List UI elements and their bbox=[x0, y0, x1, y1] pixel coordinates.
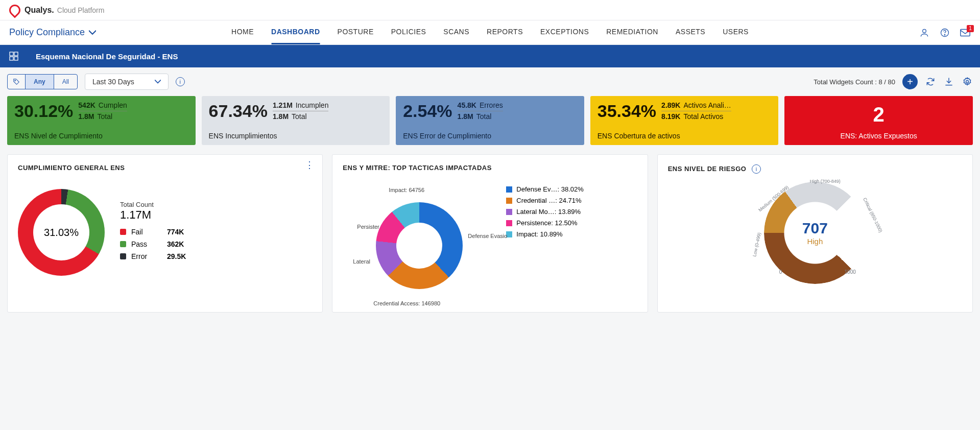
tab-exceptions[interactable]: EXCEPTIONS bbox=[540, 20, 589, 44]
swatch-icon bbox=[506, 209, 512, 215]
brand-suffix: Cloud Platform bbox=[57, 6, 105, 14]
slice-label: Defense Evasio bbox=[468, 233, 507, 239]
tab-home[interactable]: HOME bbox=[231, 20, 254, 44]
module-label: Policy Compliance bbox=[9, 27, 85, 38]
tab-assets[interactable]: ASSETS bbox=[676, 20, 705, 44]
kpi-label: ENS Nivel de Cumplimiento bbox=[14, 132, 188, 145]
page-title-bar: Esquema Nacional De Seguridad - ENS bbox=[0, 45, 980, 67]
legend-row: Defense Ev…: 38.02% bbox=[506, 185, 584, 193]
kpi-pct: 2.54% bbox=[403, 101, 452, 121]
risk-gauge: 707 High 0 1000 Low (0-499) Medium (500-… bbox=[764, 182, 866, 284]
kpi-incumplimientos[interactable]: 67.34% 1.21MIncumplen 1.8MTotal ENS Incu… bbox=[202, 96, 390, 145]
tab-scans[interactable]: SCANS bbox=[443, 20, 469, 44]
card-title: CUMPLIMIENTO GENERAL ENS bbox=[18, 164, 312, 172]
slice-label: Persister bbox=[357, 224, 379, 230]
kpi-pct: 35.34% bbox=[597, 101, 656, 121]
download-icon[interactable] bbox=[943, 76, 954, 87]
dashboard-grid-icon[interactable] bbox=[6, 49, 21, 64]
gauge-value: 707 bbox=[802, 220, 828, 237]
nav-bar: Policy Compliance HOME DASHBOARD POSTURE… bbox=[0, 20, 980, 45]
swatch-icon bbox=[506, 220, 512, 226]
nav-utility-icons: 1 bbox=[919, 27, 971, 38]
svg-rect-7 bbox=[14, 57, 18, 60]
kpi-cobertura[interactable]: 35.34% 2.89KActivos Anali… 8.19KTotal Ac… bbox=[590, 96, 779, 145]
tick-low: Low (0-499) bbox=[752, 232, 762, 257]
svg-point-8 bbox=[15, 80, 16, 81]
swatch-icon bbox=[120, 241, 126, 247]
card-title: ENS Y MITRE: TOP TACTICAS IMPACTADAS bbox=[343, 164, 637, 172]
svg-point-2 bbox=[944, 34, 945, 35]
total-count-value: 1.17M bbox=[120, 208, 186, 222]
swatch-icon bbox=[120, 253, 126, 259]
kpi-label: ENS: Activos Expuestos bbox=[792, 132, 966, 145]
tab-posture[interactable]: POSTURE bbox=[338, 20, 374, 44]
legend-row: Error29.5K bbox=[120, 252, 186, 260]
svg-point-9 bbox=[966, 81, 969, 83]
tab-users[interactable]: USERS bbox=[723, 20, 749, 44]
kpi-expuestos[interactable]: 2 ENS: Activos Expuestos bbox=[784, 96, 973, 145]
chevron-down-icon bbox=[89, 29, 96, 36]
kpi-big: 2 bbox=[873, 103, 885, 126]
tab-policies[interactable]: POLICIES bbox=[391, 20, 426, 44]
axis-min: 0 bbox=[779, 269, 782, 275]
cards-row: CUMPLIMIENTO GENERAL ENS ⋮ 31.03% Total … bbox=[0, 152, 980, 323]
qualys-logo-icon bbox=[7, 2, 22, 18]
tick-high: High (700-849) bbox=[810, 179, 841, 184]
mitre-legend: Defense Ev…: 38.02% Credential …: 24.71%… bbox=[506, 182, 584, 242]
donut-center: 31.03% bbox=[33, 204, 89, 260]
kpi-fraction: 542KCumplen 1.8MTotal bbox=[78, 101, 127, 121]
filter-any[interactable]: Any bbox=[25, 75, 54, 89]
mitre-chart-area: Impact: 64756 Persister Lateral Credenti… bbox=[343, 187, 496, 289]
add-widget-button[interactable]: + bbox=[902, 74, 918, 89]
brand-bar: Qualys. Cloud Platform bbox=[0, 0, 980, 20]
tag-icon bbox=[8, 75, 25, 89]
legend-row: Persistence: 12.50% bbox=[506, 219, 584, 227]
tab-reports[interactable]: REPORTS bbox=[487, 20, 523, 44]
help-icon[interactable] bbox=[939, 27, 950, 38]
nav-tabs: HOME DASHBOARD POSTURE POLICIES SCANS RE… bbox=[231, 20, 749, 44]
axis-max: 1000 bbox=[845, 269, 856, 275]
kpi-label: ENS Incumplimientos bbox=[209, 132, 383, 145]
legend-row: Lateral Mo…: 13.89% bbox=[506, 208, 584, 216]
svg-rect-5 bbox=[14, 52, 18, 56]
mail-icon[interactable]: 1 bbox=[960, 27, 971, 38]
module-selector[interactable]: Policy Compliance bbox=[9, 27, 96, 38]
settings-icon[interactable] bbox=[962, 76, 973, 87]
filter-all[interactable]: All bbox=[54, 75, 77, 89]
swatch-icon bbox=[506, 198, 512, 204]
legend-row: Credential …: 24.71% bbox=[506, 197, 584, 204]
swatch-icon bbox=[506, 186, 512, 193]
swatch-icon bbox=[120, 229, 126, 235]
slice-label: Credential Access: 146980 bbox=[373, 300, 440, 306]
page-title: Esquema Nacional De Seguridad - ENS bbox=[36, 52, 178, 61]
card-mitre-tacticas: ENS Y MITRE: TOP TACTICAS IMPACTADAS Imp… bbox=[332, 154, 648, 313]
card-menu-icon[interactable]: ⋮ bbox=[305, 163, 314, 168]
brand-name: Qualys. bbox=[25, 6, 54, 15]
mail-badge: 1 bbox=[967, 25, 974, 32]
tag-filter[interactable]: Any All bbox=[7, 74, 78, 89]
kpi-pct: 67.34% bbox=[209, 101, 268, 121]
kpi-fraction: 1.21MIncumplen 1.8MTotal bbox=[273, 101, 329, 121]
tab-dashboard[interactable]: DASHBOARD bbox=[271, 20, 320, 44]
info-icon[interactable]: i bbox=[752, 164, 761, 174]
kpi-row: 30.12% 542KCumplen 1.8MTotal ENS Nivel d… bbox=[0, 96, 980, 152]
gauge-center: 707 High bbox=[788, 206, 842, 259]
kpi-label: ENS Error de Cumplimiento bbox=[403, 132, 577, 145]
kpi-cumplimiento[interactable]: 30.12% 542KCumplen 1.8MTotal ENS Nivel d… bbox=[7, 96, 196, 145]
card-nivel-riesgo: ENS NIVEL DE RIESGO i 707 High 0 1000 Lo… bbox=[657, 154, 973, 313]
card-title: ENS NIVEL DE RIESGO bbox=[668, 165, 747, 173]
kpi-error[interactable]: 2.54% 45.8KErrores 1.8MTotal ENS Error d… bbox=[396, 96, 584, 145]
chevron-down-icon bbox=[155, 80, 161, 84]
kpi-pct: 30.12% bbox=[14, 101, 73, 121]
tab-remediation[interactable]: REMEDIATION bbox=[606, 20, 658, 44]
date-range-select[interactable]: Last 30 Days bbox=[85, 74, 169, 90]
refresh-icon[interactable] bbox=[925, 76, 936, 87]
total-count-label: Total Count bbox=[120, 201, 186, 208]
widget-count: Total Widgets Count : 8 / 80 bbox=[814, 78, 895, 86]
gauge-level: High bbox=[807, 237, 823, 246]
info-icon[interactable]: i bbox=[176, 77, 185, 86]
card-cumplimiento-general: CUMPLIMIENTO GENERAL ENS ⋮ 31.03% Total … bbox=[7, 154, 323, 313]
user-icon[interactable] bbox=[919, 27, 930, 38]
legend-row: Fail774K bbox=[120, 228, 186, 236]
svg-rect-4 bbox=[10, 52, 13, 56]
